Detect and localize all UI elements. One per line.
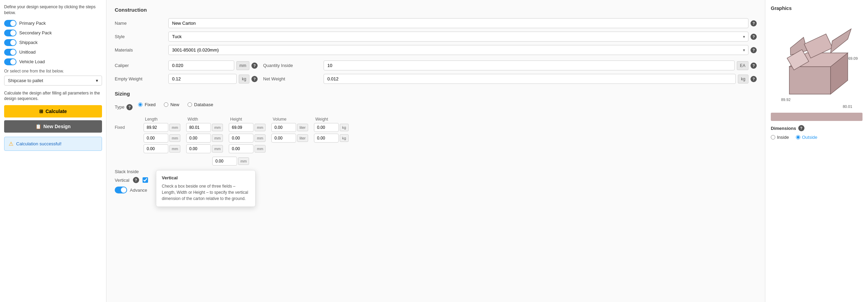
type-radio-database[interactable]: Database [188,102,213,107]
row2-volume-input[interactable] [271,134,296,143]
type-radio-new[interactable]: New [164,102,179,107]
qty-inside-input[interactable] [324,60,735,70]
svg-marker-0 [789,67,831,94]
calculate-icon: ⊞ [39,109,43,114]
toggle-vehicle-load[interactable] [4,58,16,65]
design-sequence-value: Shipcase to pallet [8,78,43,83]
net-weight-help-icon[interactable]: ? [751,76,757,82]
row1-width-cell: mm [186,123,227,132]
new-design-button[interactable]: 📋 New Design [4,120,102,133]
row3-height-cell: mm [229,144,270,153]
row2-height-cell: mm [229,134,270,143]
row2-length-input[interactable] [144,134,168,143]
row1-volume-input[interactable] [271,123,296,132]
row2-height-input[interactable] [229,134,253,143]
row2-length-unit: mm [169,134,180,142]
type-radio-fixed[interactable]: Fixed [138,102,156,107]
vertical-row: Vertical ? Vertical Check a box beside o… [115,177,757,183]
empty-weight-field-row: kg ? [168,74,258,84]
materials-help-icon[interactable]: ? [751,47,757,53]
dimensions-help-icon[interactable]: ? [798,125,804,131]
toggle-row-vehicle-load: Vehicle Load [4,58,102,65]
construction-title: Construction [115,7,757,13]
dim-radio-inside[interactable]: Inside [771,135,789,140]
caliper-field-row: mm ? [168,60,258,70]
type-help-icon[interactable]: ? [126,104,133,110]
design-sequence-select[interactable]: Shipcase to pallet ▾ [4,76,102,86]
row3-width-unit: mm [212,145,223,153]
box-svg [776,19,858,108]
graphics-title: Graphics [771,5,863,11]
type-label: Type ? [115,104,133,110]
toggle-label-shippack: Shippack [19,40,37,45]
empty-weight-help-icon[interactable]: ? [251,76,258,82]
toggle-label-vehicle-load: Vehicle Load [19,59,45,64]
row3-height-input[interactable] [229,144,253,153]
row1-weight-input[interactable] [314,123,339,132]
row1-volume-cell: liter [271,123,313,132]
row2-width-input[interactable] [186,134,211,143]
slack-inside-label: Slack Inside [115,169,142,174]
qty-inside-help-icon[interactable]: ? [751,63,757,69]
qty-inside-unit: EA [737,61,748,70]
row3-width-cell: mm [186,144,227,153]
col-header-length: Length [145,117,186,122]
dim-y-annotation: 69.09 [848,56,858,60]
type-row: Type ? Fixed New Database [115,102,757,112]
vertical-label: Vertical [115,178,129,183]
row1-length-input[interactable] [144,123,168,132]
caliper-input[interactable] [168,60,234,70]
toggle-primary-pack[interactable] [4,20,16,27]
success-banner: ⚠ Calculation successful! [4,137,102,151]
extra-height-input[interactable] [212,157,237,166]
name-input[interactable] [168,18,748,28]
row1-width-input[interactable] [186,123,211,132]
style-help-icon[interactable]: ? [751,34,757,40]
tooltip-title: Vertical [162,175,250,180]
row2-weight-cell: kg [314,134,355,143]
sizing-table-header: Length Width Height Volume Weight [115,117,757,122]
vertical-checkbox[interactable] [143,177,148,183]
caliper-label: Caliper [115,63,163,68]
row1-length-unit: mm [169,124,180,131]
materials-field-row: 3001-85001 (0.020mm) ? [168,45,757,55]
advance-label: Advance [130,188,147,193]
materials-select[interactable]: 3001-85001 (0.020mm) [168,45,748,55]
dim-radio-outside[interactable]: Outside [796,135,818,140]
row1-height-input[interactable] [229,123,253,132]
style-select-wrapper: Tuck Regular Slotted [168,32,748,42]
sizing-row-1: Fixed mm mm mm liter kg [115,123,757,132]
toggle-advance[interactable] [115,187,127,193]
row1-height-unit: mm [255,124,266,131]
materials-select-wrapper: 3001-85001 (0.020mm) [168,45,748,55]
row3-width-input[interactable] [186,144,211,153]
name-help-icon[interactable]: ? [751,20,757,26]
net-weight-field-row: kg ? [324,74,757,84]
vertical-help-icon[interactable]: ? [133,177,139,183]
empty-weight-unit: kg [239,75,249,83]
calculate-button[interactable]: ⊞ Calculate [4,105,102,118]
row2-height-unit: mm [255,134,266,142]
select-label: Or select one from the list below. [4,69,102,74]
new-design-icon: 📋 [35,124,41,129]
chevron-down-icon: ▾ [96,78,98,83]
caliper-unit: mm [236,61,249,70]
net-weight-input[interactable] [324,74,736,84]
row2-width-unit: mm [212,134,223,142]
sizing-row-3: mm mm mm [115,144,757,153]
net-weight-unit: kg [738,75,748,83]
extra-height-unit: mm [238,157,249,165]
empty-weight-input[interactable] [168,74,237,84]
toggle-unitload[interactable] [4,49,16,56]
row2-weight-input[interactable] [314,134,339,143]
row2-weight-unit: kg [340,134,349,142]
row3-length-input[interactable] [144,144,168,153]
toggle-row-secondary-pack: Secondary Pack [4,30,102,36]
caliper-help-icon[interactable]: ? [251,63,258,69]
style-select[interactable]: Tuck Regular Slotted [168,32,748,42]
toggle-secondary-pack[interactable] [4,30,16,36]
toggle-label-primary-pack: Primary Pack [19,21,46,26]
toggle-shippack[interactable] [4,39,16,46]
row3-length-cell: mm [144,144,185,153]
name-label: Name [115,21,163,26]
